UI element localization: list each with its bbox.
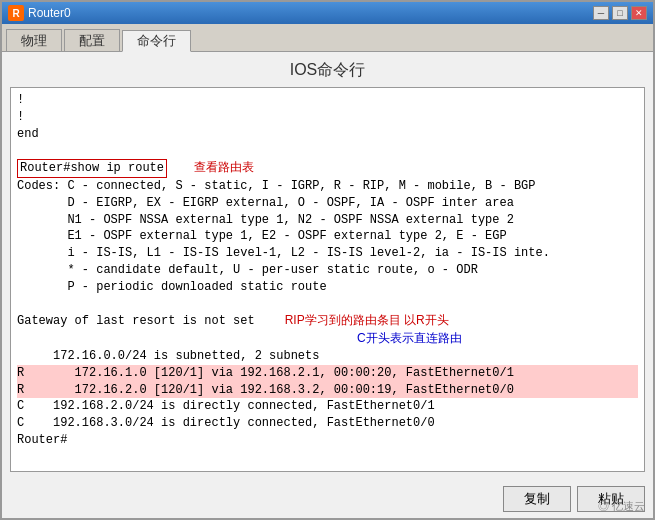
line-rip2: R 172.16.2.0 [120/1] via 192.168.3.2, 00…: [17, 382, 638, 399]
line-codes3: N1 - OSPF NSSA external type 1, N2 - OSP…: [17, 212, 638, 229]
terminal-container: ! ! end Router#show ip route 查看路由表 Codes…: [10, 87, 645, 472]
tab-cli[interactable]: 命令行: [122, 30, 191, 52]
line-cmd: Router#show ip route 查看路由表: [17, 159, 638, 178]
content-area: IOS命令行 ! ! end Router#show ip route 查看路由…: [2, 52, 653, 480]
title-bar: R Router0 ─ □ ✕: [2, 2, 653, 24]
terminal-output[interactable]: ! ! end Router#show ip route 查看路由表 Codes…: [11, 88, 644, 471]
app-icon: R: [8, 5, 24, 21]
tab-bar: 物理 配置 命令行: [2, 24, 653, 52]
maximize-button[interactable]: □: [612, 6, 628, 20]
line-blank3: C开头表示直连路由: [17, 330, 638, 348]
line-subnet: 172.16.0.0/24 is subnetted, 2 subnets: [17, 348, 638, 365]
cmd-highlight: Router#show ip route: [17, 159, 167, 178]
line-codes7: P - periodic downloaded static route: [17, 279, 638, 296]
panel-title: IOS命令行: [10, 60, 645, 81]
line-1: !: [17, 92, 638, 109]
line-blank1: [17, 142, 638, 159]
line-codes5: i - IS-IS, L1 - IS-IS level-1, L2 - IS-I…: [17, 245, 638, 262]
line-direct1: C 192.168.2.0/24 is directly connected, …: [17, 398, 638, 415]
tab-physics[interactable]: 物理: [6, 29, 62, 51]
close-button[interactable]: ✕: [631, 6, 647, 20]
annotation-lookup: 查看路由表: [187, 160, 254, 174]
line-direct2: C 192.168.3.0/24 is directly connected, …: [17, 415, 638, 432]
main-window: R Router0 ─ □ ✕ 物理 配置 命令行 IOS命令行 ! ! end: [0, 0, 655, 520]
line-codes4: E1 - OSPF external type 1, E2 - OSPF ext…: [17, 228, 638, 245]
line-codes2: D - EIGRP, EX - EIGRP external, O - OSPF…: [17, 195, 638, 212]
tab-config[interactable]: 配置: [64, 29, 120, 51]
window-title: Router0: [28, 6, 71, 20]
line-gateway: Gateway of last resort is not setRIP学习到的…: [17, 312, 638, 330]
title-controls: ─ □ ✕: [593, 6, 647, 20]
line-codes: Codes: C - connected, S - static, I - IG…: [17, 178, 638, 195]
title-bar-left: R Router0: [8, 5, 71, 21]
line-codes6: * - candidate default, U - per-user stat…: [17, 262, 638, 279]
button-bar: 复制 粘贴: [2, 480, 653, 518]
copy-button[interactable]: 复制: [503, 486, 571, 512]
line-3: end: [17, 126, 638, 143]
line-2: !: [17, 109, 638, 126]
line-blank2: [17, 296, 638, 313]
watermark: ◎ 亿速云: [598, 499, 645, 514]
minimize-button[interactable]: ─: [593, 6, 609, 20]
line-rip1: R 172.16.1.0 [120/1] via 192.168.2.1, 00…: [17, 365, 638, 382]
line-prompt: Router#: [17, 432, 638, 449]
